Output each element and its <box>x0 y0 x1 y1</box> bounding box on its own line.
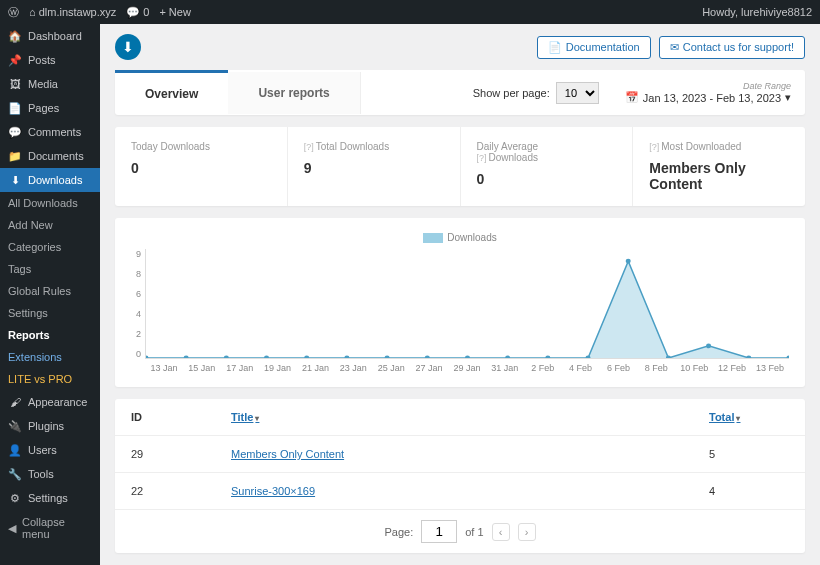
admin-sidebar: 🏠Dashboard📌Posts🖼Media📄Pages💬Comments📁Do… <box>0 24 100 565</box>
svg-point-1 <box>184 356 189 358</box>
cell-title: Sunrise-300×169 <box>231 485 709 497</box>
sort-caret-icon: ▾ <box>736 414 740 423</box>
site-name: dlm.instawp.xyz <box>39 6 117 18</box>
sort-caret-icon: ▾ <box>255 414 259 423</box>
downloads-icon: ⬇ <box>8 173 22 187</box>
collapse-icon: ◀ <box>8 522 16 535</box>
sidebar-item-documents[interactable]: 📁Documents <box>0 144 100 168</box>
svg-point-2 <box>224 356 229 358</box>
sidebar-sub-reports[interactable]: Reports <box>0 324 100 346</box>
pager-next[interactable]: › <box>518 523 536 541</box>
appearance-icon: 🖌 <box>8 395 22 409</box>
date-range-label: Date Range <box>625 81 791 91</box>
sidebar-item-dashboard[interactable]: 🏠Dashboard <box>0 24 100 48</box>
sidebar-item-downloads[interactable]: ⬇Downloads <box>0 168 100 192</box>
wp-logo-icon[interactable]: ⓦ <box>8 5 19 20</box>
sidebar-sub-tags[interactable]: Tags <box>0 258 100 280</box>
comment-icon: 💬 <box>126 6 140 19</box>
settings-icon: ⚙ <box>8 491 22 505</box>
chart-panel: Downloads 986420 13 Jan15 Jan17 Jan19 Ja… <box>115 218 805 387</box>
table-row: 29Members Only Content5 <box>115 436 805 473</box>
stat-most: [?]Most Downloaded Members Only Content <box>633 127 805 206</box>
per-page-label: Show per page: <box>473 87 550 99</box>
tab-user-reports[interactable]: User reports <box>228 72 360 114</box>
download-link[interactable]: Members Only Content <box>231 448 344 460</box>
comments-count[interactable]: 💬 0 <box>126 6 149 19</box>
plugins-icon: 🔌 <box>8 419 22 433</box>
svg-point-16 <box>786 356 789 358</box>
collapse-menu[interactable]: ◀ Collapse menu <box>0 510 100 546</box>
admin-bar: ⓦ ⌂ dlm.instawp.xyz 💬 0 + New Howdy, lur… <box>0 0 820 24</box>
tab-overview[interactable]: Overview <box>115 70 228 115</box>
sidebar-item-users[interactable]: 👤Users <box>0 438 100 462</box>
download-link[interactable]: Sunrise-300×169 <box>231 485 315 497</box>
sidebar-sub-settings[interactable]: Settings <box>0 302 100 324</box>
per-page-select[interactable]: 10 <box>556 82 599 104</box>
cell-id: 22 <box>131 485 231 497</box>
per-page-control: Show per page: 10 <box>473 82 613 104</box>
sidebar-item-settings[interactable]: ⚙Settings <box>0 486 100 510</box>
chevron-down-icon: ▾ <box>785 91 791 104</box>
sidebar-sub-global-rules[interactable]: Global Rules <box>0 280 100 302</box>
new-content[interactable]: + New <box>159 6 190 18</box>
tools-icon: 🔧 <box>8 467 22 481</box>
documentation-button[interactable]: 📄 Documentation <box>537 36 651 59</box>
sidebar-sub-lite-vs-pro[interactable]: LITE vs PRO <box>0 368 100 390</box>
tabs-panel: Overview User reports Show per page: 10 … <box>115 70 805 115</box>
sidebar-item-comments[interactable]: 💬Comments <box>0 120 100 144</box>
date-range-picker[interactable]: Date Range 📅 Jan 13, 2023 - Feb 13, 2023… <box>613 81 805 104</box>
posts-icon: 📌 <box>8 53 22 67</box>
pager-of: of 1 <box>465 526 483 538</box>
mail-icon: ✉ <box>670 41 679 54</box>
site-link[interactable]: ⌂ dlm.instawp.xyz <box>29 6 116 18</box>
chart-x-axis: 13 Jan15 Jan17 Jan19 Jan21 Jan23 Jan25 J… <box>145 363 789 373</box>
sidebar-item-plugins[interactable]: 🔌Plugins <box>0 414 100 438</box>
pager-prev[interactable]: ‹ <box>492 523 510 541</box>
svg-point-15 <box>746 356 751 358</box>
chart-area: 986420 <box>131 249 789 359</box>
sidebar-item-media[interactable]: 🖼Media <box>0 72 100 96</box>
stat-total: [?]Total Downloads 9 <box>288 127 461 206</box>
sidebar-item-pages[interactable]: 📄Pages <box>0 96 100 120</box>
table-pager: Page: of 1 ‹ › <box>115 510 805 553</box>
svg-point-9 <box>505 356 510 358</box>
header-actions: 📄 Documentation ✉ Contact us for support… <box>537 36 805 59</box>
help-icon[interactable]: [?] <box>304 142 314 152</box>
sidebar-sub-categories[interactable]: Categories <box>0 236 100 258</box>
svg-point-6 <box>385 356 390 358</box>
admin-bar-left: ⓦ ⌂ dlm.instawp.xyz 💬 0 + New <box>8 5 191 20</box>
support-button[interactable]: ✉ Contact us for support! <box>659 36 805 59</box>
sidebar-item-posts[interactable]: 📌Posts <box>0 48 100 72</box>
sidebar-item-tools[interactable]: 🔧Tools <box>0 462 100 486</box>
main-content: ⬇ 📄 Documentation ✉ Contact us for suppo… <box>100 24 820 565</box>
help-icon[interactable]: [?] <box>649 142 659 152</box>
cell-title: Members Only Content <box>231 448 709 460</box>
help-icon[interactable]: [?] <box>477 153 487 163</box>
stat-avg: Daily Average [?]Downloads 0 <box>461 127 634 206</box>
sidebar-item-appearance[interactable]: 🖌Appearance <box>0 390 100 414</box>
dashboard-icon: 🏠 <box>8 29 22 43</box>
table-header: ID Title▾ Total▾ <box>115 399 805 436</box>
sidebar-sub-extensions[interactable]: Extensions <box>0 346 100 368</box>
col-header-title[interactable]: Title▾ <box>231 411 709 423</box>
reports-table: ID Title▾ Total▾ 29Members Only Content5… <box>115 399 805 553</box>
col-header-total[interactable]: Total▾ <box>709 411 789 423</box>
legend-swatch <box>423 233 443 243</box>
stats-panel: Today Downloads 0 [?]Total Downloads 9 D… <box>115 127 805 206</box>
sidebar-sub-add-new[interactable]: Add New <box>0 214 100 236</box>
pager-input[interactable] <box>421 520 457 543</box>
sidebar-sub-all-downloads[interactable]: All Downloads <box>0 192 100 214</box>
svg-point-8 <box>465 356 470 358</box>
svg-point-3 <box>264 356 269 358</box>
chart-plot <box>145 249 789 359</box>
documents-icon: 📁 <box>8 149 22 163</box>
comments-icon: 💬 <box>8 125 22 139</box>
svg-point-4 <box>304 356 309 358</box>
stat-today: Today Downloads 0 <box>115 127 288 206</box>
admin-bar-right[interactable]: Howdy, lurehiviye8812 <box>702 6 812 18</box>
doc-icon: 📄 <box>548 41 562 54</box>
svg-point-7 <box>425 356 430 358</box>
svg-point-14 <box>706 343 711 348</box>
howdy-text: Howdy, lurehiviye8812 <box>702 6 812 18</box>
dlm-logo-icon: ⬇ <box>115 34 141 60</box>
